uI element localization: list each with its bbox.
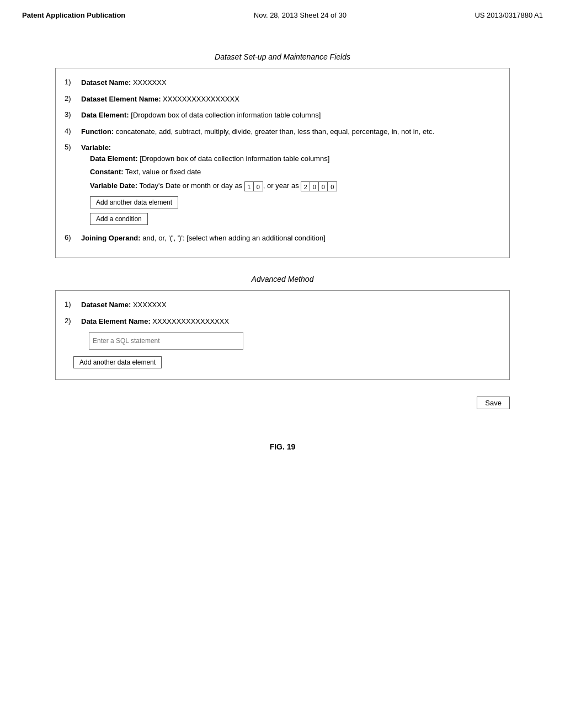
row-1-value: XXXXXXX <box>131 78 166 87</box>
row-3-content: Data Element: [Dropdown box of data coll… <box>81 110 496 121</box>
variable-date-text2: , or year as <box>263 181 301 190</box>
variable-data-element-row: Data Element: [Dropdown box of data coll… <box>90 153 496 165</box>
row-6-content: Joining Operand: and, or, '(', ')': [sel… <box>81 233 496 244</box>
section2-row-1-num: 1) <box>65 299 81 308</box>
day-box-2: 0 <box>254 182 263 191</box>
row-3-num: 3) <box>65 110 81 119</box>
year-box: 2000 <box>301 181 337 191</box>
row-5-content: Variable: Data Element: [Dropdown box of… <box>81 142 496 227</box>
section2-row-2-content: Data Element Name: XXXXXXXXXXXXXXXX <box>81 316 496 327</box>
row-1-content: Dataset Name: XXXXXXX <box>81 77 496 88</box>
header-center: Nov. 28, 2013 Sheet 24 of 30 <box>254 11 347 19</box>
section2-row-1-value: XXXXXXX <box>131 301 166 309</box>
year-box-2: 0 <box>310 182 319 191</box>
page-header: Patent Application Publication Nov. 28, … <box>22 11 543 19</box>
save-area: Save <box>22 397 510 409</box>
row-2-content: Dataset Element Name: XXXXXXXXXXXXXXXX <box>81 94 496 105</box>
row-6: 6) Joining Operand: and, or, '(', ')': [… <box>65 233 496 244</box>
row-1-num: 1) <box>65 77 81 86</box>
section2-title: Advanced Method <box>22 275 543 283</box>
row-6-value: and, or, '(', ')': [select when adding a… <box>141 234 326 242</box>
row-1-label: Dataset Name: <box>81 78 131 87</box>
variable-data-element-label: Data Element: <box>90 154 138 163</box>
page-container: Patent Application Publication Nov. 28, … <box>0 0 565 728</box>
row-5-num: 5) <box>65 142 81 151</box>
row-3-label: Data Element: <box>81 111 129 119</box>
row-5: 5) Variable: Data Element: [Dropdown box… <box>65 142 496 227</box>
save-button[interactable]: Save <box>477 397 510 409</box>
section2-row-2-label: Data Element Name: <box>81 317 151 325</box>
year-box-3: 0 <box>319 182 328 191</box>
row-4: 4) Function: concatenate, add, subtract,… <box>65 126 496 137</box>
header-right: US 2013/0317880 A1 <box>475 11 543 19</box>
row-4-label: Function: <box>81 127 114 136</box>
row-3: 3) Data Element: [Dropdown box of data c… <box>65 110 496 121</box>
row-5-label: Variable: <box>81 143 111 152</box>
header-left: Patent Application Publication <box>22 11 125 19</box>
section2-add-data-element-button[interactable]: Add another data element <box>73 356 162 368</box>
variable-date-label: Variable Date: <box>90 181 137 190</box>
year-box-1: 2 <box>301 182 310 191</box>
section2-button-row: Add another data element <box>73 356 496 368</box>
row-1: 1) Dataset Name: XXXXXXX <box>65 77 496 88</box>
row-2: 2) Dataset Element Name: XXXXXXXXXXXXXXX… <box>65 94 496 105</box>
day-box-1: 1 <box>245 182 254 191</box>
row-6-label: Joining Operand: <box>81 234 141 242</box>
section2-row-1-content: Dataset Name: XXXXXXX <box>81 299 496 311</box>
row-4-value: concatenate, add, subtract, multiply, di… <box>114 127 434 136</box>
add-another-data-element-button[interactable]: Add another data element <box>90 196 178 208</box>
row-4-content: Function: concatenate, add, subtract, mu… <box>81 126 496 137</box>
add-condition-button[interactable]: Add a condition <box>90 213 148 225</box>
row-4-num: 4) <box>65 126 81 135</box>
variable-date-row: Variable Date: Today's Date or month or … <box>90 180 496 192</box>
variable-constant-label: Constant: <box>90 168 124 176</box>
year-box-4: 0 <box>328 182 337 191</box>
section2-row-2-value: XXXXXXXXXXXXXXXX <box>151 317 229 325</box>
section2-row-1-label: Dataset Name: <box>81 301 131 309</box>
variable-constant-value: Text, value or fixed date <box>124 168 201 176</box>
section2-row-1: 1) Dataset Name: XXXXXXX <box>65 299 496 311</box>
fig-label: FIG. 19 <box>22 442 543 451</box>
row-2-value: XXXXXXXXXXXXXXXX <box>161 95 239 103</box>
row-2-num: 2) <box>65 94 81 103</box>
add-condition-row: Add a condition <box>90 213 496 225</box>
section1-title: Dataset Set-up and Maintenance Fields <box>22 52 543 61</box>
row-2-label: Dataset Element Name: <box>81 95 161 103</box>
sql-input[interactable] <box>89 332 243 350</box>
variable-data-element-value: [Dropdown box of data collection informa… <box>138 154 330 163</box>
row-6-num: 6) <box>65 233 81 242</box>
sql-input-container <box>89 332 496 350</box>
day-box: 10 <box>244 181 263 191</box>
section2-row-2: 2) Data Element Name: XXXXXXXXXXXXXXXX <box>65 316 496 327</box>
row-3-value: [Dropdown box of data collection informa… <box>129 111 321 119</box>
variable-constant-row: Constant: Text, value or fixed date <box>90 167 496 178</box>
section2-row-2-num: 2) <box>65 316 81 325</box>
variable-date-text1: Today's Date or month or day as <box>137 181 244 190</box>
add-data-element-row: Add another data element <box>90 196 496 208</box>
section1-form-box: 1) Dataset Name: XXXXXXX 2) Dataset Elem… <box>55 68 510 258</box>
section2-form-box: 1) Dataset Name: XXXXXXX 2) Data Element… <box>55 290 510 380</box>
